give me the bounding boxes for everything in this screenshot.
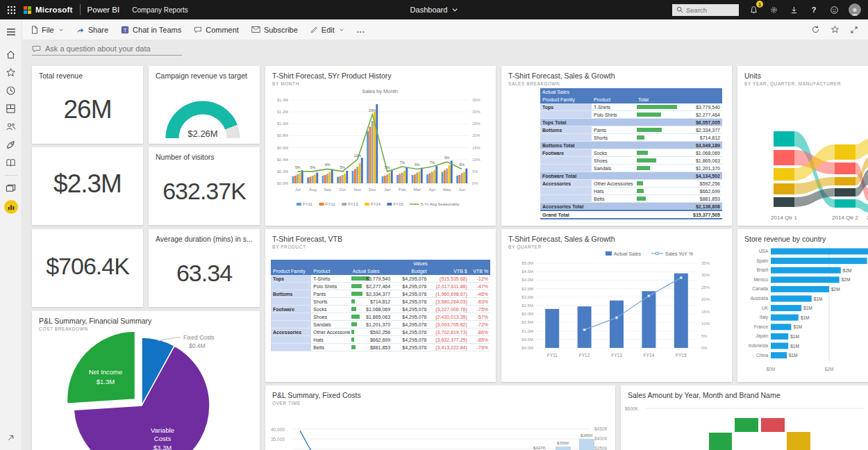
- column-bar[interactable]: [449, 165, 451, 183]
- app-name[interactable]: Power BI: [87, 6, 120, 14]
- column-bar[interactable]: [354, 169, 356, 183]
- settings-button[interactable]: [768, 4, 779, 15]
- tile-5yr-product-history[interactable]: T-Shirt Forecast, 5Yr Product History BY…: [265, 66, 496, 226]
- column-bar[interactable]: [361, 158, 363, 183]
- ribbon-segment[interactable]: [709, 433, 732, 450]
- column-bar[interactable]: [458, 175, 460, 183]
- tile-campaign-gauge[interactable]: Campaign revenue vs target $2.26M$0M$2.5…: [149, 66, 260, 144]
- table-row[interactable]: BottomsPants$2,334,377: [540, 126, 722, 134]
- search-box[interactable]: [672, 4, 739, 16]
- refresh-icon[interactable]: [811, 25, 820, 34]
- qna-box[interactable]: [32, 44, 182, 56]
- waffle-menu-icon[interactable]: [6, 4, 17, 15]
- column-bar[interactable]: [307, 177, 309, 183]
- column-bar[interactable]: [339, 176, 341, 183]
- hamburger-menu-icon[interactable]: [6, 26, 17, 38]
- subscribe-button[interactable]: Subscribe: [251, 26, 298, 34]
- column-bar[interactable]: [463, 172, 465, 183]
- hbar[interactable]: [771, 324, 791, 330]
- tile-revenue-kpi[interactable]: $2.3M: [32, 147, 143, 225]
- table-row[interactable]: Grand Total$15,377,505: [540, 210, 722, 219]
- feedback-button[interactable]: [828, 4, 840, 15]
- microsoft-logo[interactable]: Microsoft: [24, 6, 73, 14]
- fullscreen-icon[interactable]: [850, 26, 858, 34]
- ribbon-segment[interactable]: [774, 197, 794, 207]
- table-row[interactable]: TopsT-Shirts$3,779,540$4,295,076(515,535…: [271, 275, 490, 283]
- column-bar[interactable]: [465, 169, 467, 183]
- column-bar[interactable]: [331, 169, 333, 183]
- column-bar[interactable]: [382, 176, 384, 183]
- column-bar[interactable]: [342, 175, 344, 183]
- hbar[interactable]: [771, 315, 799, 321]
- table-row[interactable]: Hats$662,699: [540, 188, 722, 195]
- hbar[interactable]: [771, 343, 788, 349]
- sidebar-item-recent[interactable]: [6, 85, 17, 96]
- column-bar[interactable]: [337, 177, 339, 183]
- column-bar[interactable]: [367, 131, 369, 183]
- ribbon-connector[interactable]: [856, 199, 868, 212]
- column-bar[interactable]: [312, 176, 314, 183]
- hbar[interactable]: [771, 267, 841, 274]
- column-bar[interactable]: [419, 172, 421, 183]
- line-marker[interactable]: [680, 276, 682, 278]
- table-row[interactable]: BottomsPants$2,334,377$4,295,076(1,960,6…: [271, 290, 490, 298]
- download-button[interactable]: [788, 4, 799, 15]
- tile-pl-fixed-costs[interactable]: P&L Summary, Fixed Costs OVER TIME 40,00…: [265, 385, 615, 450]
- table-row[interactable]: Belts$881,853: [540, 195, 722, 203]
- tile-vtb-table[interactable]: T-Shirt Forecast, VTB BY PRODUCT ValuesP…: [265, 229, 496, 382]
- table-row[interactable]: Hats$662,699$4,295,076(3,632,377.25)-85%: [271, 336, 490, 344]
- column-bar[interactable]: [301, 170, 303, 183]
- column-bar[interactable]: [433, 170, 435, 183]
- table-row[interactable]: Shorts$714,812: [540, 134, 722, 142]
- ribbon-segment[interactable]: [735, 418, 758, 432]
- notifications-button[interactable]: 1: [748, 4, 759, 15]
- column-bar[interactable]: [442, 172, 444, 183]
- sidebar-item-workspaces[interactable]: [6, 183, 17, 194]
- favorite-star-icon[interactable]: [831, 25, 840, 34]
- ribbon-segment[interactable]: [761, 418, 785, 432]
- column-header[interactable]: Product Family: [271, 267, 311, 275]
- column-header[interactable]: Product: [592, 96, 636, 103]
- ribbon-segment[interactable]: [835, 162, 856, 174]
- hbar[interactable]: [771, 333, 788, 340]
- column-bar[interactable]: [421, 168, 423, 183]
- table-row[interactable]: Tops Total$6,057,005: [540, 119, 722, 126]
- table-row[interactable]: AccessoriesOther Accessories$592,256$4,2…: [271, 328, 490, 336]
- hbar[interactable]: [771, 352, 787, 358]
- hbar[interactable]: [771, 276, 840, 283]
- table-row[interactable]: Bottoms Total$3,049,189: [540, 142, 722, 149]
- column-bar[interactable]: [329, 172, 331, 183]
- breadcrumb-workspace[interactable]: Company Reports: [132, 6, 188, 14]
- column-bar[interactable]: [356, 167, 358, 183]
- ribbon-segment[interactable]: [774, 150, 794, 165]
- table-row[interactable]: AccessoriesOther Accessories$592,256: [540, 180, 722, 188]
- column-bar[interactable]: [412, 175, 414, 183]
- column-bar[interactable]: [414, 174, 416, 183]
- help-button[interactable]: ?: [808, 4, 819, 15]
- search-input[interactable]: [686, 6, 735, 14]
- column-bar[interactable]: [444, 170, 446, 183]
- tile-average-duration[interactable]: Average duration (mins) in s... 63.34: [149, 229, 260, 307]
- edit-menu-button[interactable]: Edit: [310, 26, 344, 34]
- column-bar[interactable]: [299, 173, 301, 183]
- table-row[interactable]: FootwareSocks$1,068,069$4,295,076(3,227,…: [271, 306, 490, 313]
- ribbon-segment[interactable]: [835, 177, 856, 185]
- table-row[interactable]: Shoes$1,865,063$4,295,076(2,430,013.35)-…: [271, 313, 490, 321]
- column-bar[interactable]: [435, 166, 437, 183]
- column-bar[interactable]: [556, 447, 571, 450]
- qna-input[interactable]: [45, 44, 177, 53]
- column-bar[interactable]: [446, 169, 448, 183]
- ribbon-connector[interactable]: [856, 139, 868, 160]
- tile-store-revenue-by-country[interactable]: Store revenue by country USASpainBrazil$…: [737, 229, 868, 382]
- sidebar-item-shared[interactable]: [6, 121, 17, 132]
- column-header[interactable]: Actual Sales: [351, 267, 392, 275]
- column-header[interactable]: VTB $: [428, 267, 469, 275]
- sidebar-item-goals[interactable]: [6, 139, 17, 150]
- ribbon-segment[interactable]: [774, 131, 794, 147]
- chat-in-teams-button[interactable]: T Chat in Teams: [121, 26, 181, 34]
- column-bar[interactable]: [456, 176, 458, 183]
- column-bar[interactable]: [391, 170, 393, 183]
- file-menu-button[interactable]: File: [31, 26, 64, 34]
- tile-spend-kpi[interactable]: $706.4K: [32, 229, 143, 307]
- yoy-line[interactable]: [585, 278, 681, 330]
